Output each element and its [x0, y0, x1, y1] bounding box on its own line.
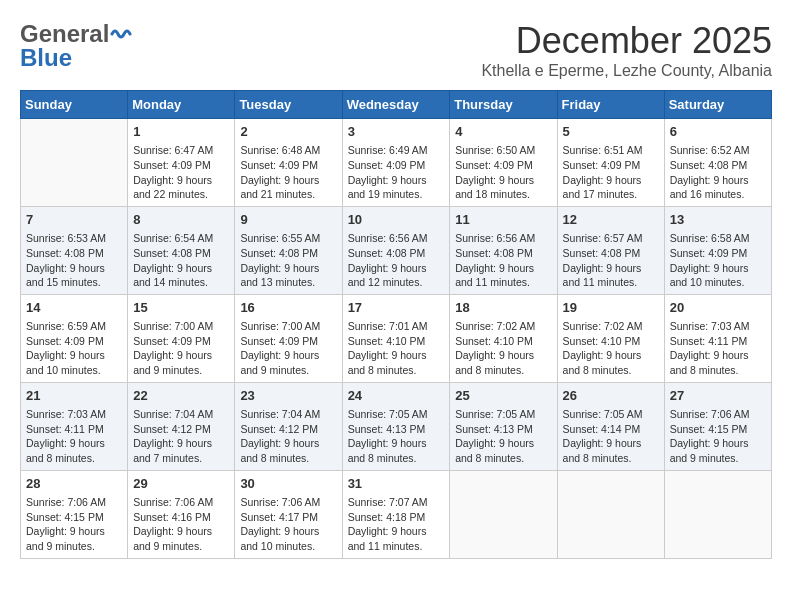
day-info: Sunrise: 6:58 AM Sunset: 4:09 PM Dayligh… — [670, 231, 766, 290]
location-title: Kthella e Eperme, Lezhe County, Albania — [481, 62, 772, 80]
calendar-week-row: 1Sunrise: 6:47 AM Sunset: 4:09 PM Daylig… — [21, 119, 772, 207]
day-info: Sunrise: 7:07 AM Sunset: 4:18 PM Dayligh… — [348, 495, 445, 554]
calendar-cell: 11Sunrise: 6:56 AM Sunset: 4:08 PM Dayli… — [450, 206, 557, 294]
calendar-cell: 4Sunrise: 6:50 AM Sunset: 4:09 PM Daylig… — [450, 119, 557, 207]
day-info: Sunrise: 6:52 AM Sunset: 4:08 PM Dayligh… — [670, 143, 766, 202]
calendar-cell — [664, 470, 771, 558]
calendar-week-row: 21Sunrise: 7:03 AM Sunset: 4:11 PM Dayli… — [21, 382, 772, 470]
calendar-week-row: 28Sunrise: 7:06 AM Sunset: 4:15 PM Dayli… — [21, 470, 772, 558]
calendar-header-saturday: Saturday — [664, 91, 771, 119]
calendar-cell — [21, 119, 128, 207]
day-number: 6 — [670, 123, 766, 141]
day-info: Sunrise: 7:05 AM Sunset: 4:14 PM Dayligh… — [563, 407, 659, 466]
calendar-week-row: 14Sunrise: 6:59 AM Sunset: 4:09 PM Dayli… — [21, 294, 772, 382]
calendar-cell — [450, 470, 557, 558]
day-number: 20 — [670, 299, 766, 317]
calendar-cell: 3Sunrise: 6:49 AM Sunset: 4:09 PM Daylig… — [342, 119, 450, 207]
calendar-header-friday: Friday — [557, 91, 664, 119]
calendar-cell: 12Sunrise: 6:57 AM Sunset: 4:08 PM Dayli… — [557, 206, 664, 294]
day-info: Sunrise: 7:05 AM Sunset: 4:13 PM Dayligh… — [348, 407, 445, 466]
calendar-cell: 7Sunrise: 6:53 AM Sunset: 4:08 PM Daylig… — [21, 206, 128, 294]
calendar-cell: 31Sunrise: 7:07 AM Sunset: 4:18 PM Dayli… — [342, 470, 450, 558]
day-number: 29 — [133, 475, 229, 493]
month-title: December 2025 — [481, 20, 772, 62]
day-number: 24 — [348, 387, 445, 405]
calendar-cell: 30Sunrise: 7:06 AM Sunset: 4:17 PM Dayli… — [235, 470, 342, 558]
day-info: Sunrise: 6:55 AM Sunset: 4:08 PM Dayligh… — [240, 231, 336, 290]
day-info: Sunrise: 7:01 AM Sunset: 4:10 PM Dayligh… — [348, 319, 445, 378]
day-info: Sunrise: 7:06 AM Sunset: 4:16 PM Dayligh… — [133, 495, 229, 554]
day-info: Sunrise: 7:00 AM Sunset: 4:09 PM Dayligh… — [240, 319, 336, 378]
day-info: Sunrise: 6:48 AM Sunset: 4:09 PM Dayligh… — [240, 143, 336, 202]
calendar-cell: 14Sunrise: 6:59 AM Sunset: 4:09 PM Dayli… — [21, 294, 128, 382]
day-info: Sunrise: 7:03 AM Sunset: 4:11 PM Dayligh… — [670, 319, 766, 378]
day-number: 23 — [240, 387, 336, 405]
day-number: 8 — [133, 211, 229, 229]
day-number: 28 — [26, 475, 122, 493]
day-number: 15 — [133, 299, 229, 317]
day-info: Sunrise: 7:06 AM Sunset: 4:15 PM Dayligh… — [670, 407, 766, 466]
calendar-header-tuesday: Tuesday — [235, 91, 342, 119]
day-info: Sunrise: 6:47 AM Sunset: 4:09 PM Dayligh… — [133, 143, 229, 202]
day-number: 14 — [26, 299, 122, 317]
calendar-cell: 16Sunrise: 7:00 AM Sunset: 4:09 PM Dayli… — [235, 294, 342, 382]
calendar-cell: 15Sunrise: 7:00 AM Sunset: 4:09 PM Dayli… — [128, 294, 235, 382]
logo-wave-icon — [110, 25, 132, 43]
day-info: Sunrise: 6:56 AM Sunset: 4:08 PM Dayligh… — [455, 231, 551, 290]
day-number: 25 — [455, 387, 551, 405]
day-info: Sunrise: 7:04 AM Sunset: 4:12 PM Dayligh… — [240, 407, 336, 466]
day-info: Sunrise: 7:02 AM Sunset: 4:10 PM Dayligh… — [563, 319, 659, 378]
day-info: Sunrise: 7:03 AM Sunset: 4:11 PM Dayligh… — [26, 407, 122, 466]
day-number: 4 — [455, 123, 551, 141]
day-number: 12 — [563, 211, 659, 229]
day-info: Sunrise: 6:51 AM Sunset: 4:09 PM Dayligh… — [563, 143, 659, 202]
calendar-cell: 19Sunrise: 7:02 AM Sunset: 4:10 PM Dayli… — [557, 294, 664, 382]
calendar-header-row: SundayMondayTuesdayWednesdayThursdayFrid… — [21, 91, 772, 119]
calendar-header-monday: Monday — [128, 91, 235, 119]
day-number: 22 — [133, 387, 229, 405]
day-number: 9 — [240, 211, 336, 229]
day-number: 7 — [26, 211, 122, 229]
calendar-cell: 13Sunrise: 6:58 AM Sunset: 4:09 PM Dayli… — [664, 206, 771, 294]
day-number: 21 — [26, 387, 122, 405]
page-header: General Blue December 2025 Kthella e Epe… — [20, 20, 772, 80]
day-number: 10 — [348, 211, 445, 229]
calendar-cell: 24Sunrise: 7:05 AM Sunset: 4:13 PM Dayli… — [342, 382, 450, 470]
day-number: 3 — [348, 123, 445, 141]
calendar-header-thursday: Thursday — [450, 91, 557, 119]
day-number: 17 — [348, 299, 445, 317]
day-info: Sunrise: 7:05 AM Sunset: 4:13 PM Dayligh… — [455, 407, 551, 466]
logo-blue-text: Blue — [20, 44, 72, 72]
logo: General Blue — [20, 20, 133, 72]
day-info: Sunrise: 7:06 AM Sunset: 4:15 PM Dayligh… — [26, 495, 122, 554]
calendar-cell: 18Sunrise: 7:02 AM Sunset: 4:10 PM Dayli… — [450, 294, 557, 382]
calendar-cell: 2Sunrise: 6:48 AM Sunset: 4:09 PM Daylig… — [235, 119, 342, 207]
day-info: Sunrise: 7:06 AM Sunset: 4:17 PM Dayligh… — [240, 495, 336, 554]
day-number: 2 — [240, 123, 336, 141]
day-number: 18 — [455, 299, 551, 317]
calendar-cell: 5Sunrise: 6:51 AM Sunset: 4:09 PM Daylig… — [557, 119, 664, 207]
calendar-cell: 27Sunrise: 7:06 AM Sunset: 4:15 PM Dayli… — [664, 382, 771, 470]
calendar-cell: 21Sunrise: 7:03 AM Sunset: 4:11 PM Dayli… — [21, 382, 128, 470]
calendar-cell: 1Sunrise: 6:47 AM Sunset: 4:09 PM Daylig… — [128, 119, 235, 207]
day-number: 27 — [670, 387, 766, 405]
day-info: Sunrise: 7:04 AM Sunset: 4:12 PM Dayligh… — [133, 407, 229, 466]
day-number: 26 — [563, 387, 659, 405]
calendar-cell: 17Sunrise: 7:01 AM Sunset: 4:10 PM Dayli… — [342, 294, 450, 382]
day-info: Sunrise: 7:02 AM Sunset: 4:10 PM Dayligh… — [455, 319, 551, 378]
day-info: Sunrise: 6:53 AM Sunset: 4:08 PM Dayligh… — [26, 231, 122, 290]
calendar-cell: 9Sunrise: 6:55 AM Sunset: 4:08 PM Daylig… — [235, 206, 342, 294]
calendar-cell: 25Sunrise: 7:05 AM Sunset: 4:13 PM Dayli… — [450, 382, 557, 470]
calendar-header-sunday: Sunday — [21, 91, 128, 119]
day-info: Sunrise: 6:57 AM Sunset: 4:08 PM Dayligh… — [563, 231, 659, 290]
day-info: Sunrise: 6:54 AM Sunset: 4:08 PM Dayligh… — [133, 231, 229, 290]
day-info: Sunrise: 6:50 AM Sunset: 4:09 PM Dayligh… — [455, 143, 551, 202]
day-number: 5 — [563, 123, 659, 141]
calendar-cell: 8Sunrise: 6:54 AM Sunset: 4:08 PM Daylig… — [128, 206, 235, 294]
day-number: 13 — [670, 211, 766, 229]
calendar-cell: 26Sunrise: 7:05 AM Sunset: 4:14 PM Dayli… — [557, 382, 664, 470]
calendar-cell: 22Sunrise: 7:04 AM Sunset: 4:12 PM Dayli… — [128, 382, 235, 470]
day-info: Sunrise: 7:00 AM Sunset: 4:09 PM Dayligh… — [133, 319, 229, 378]
calendar-header-wednesday: Wednesday — [342, 91, 450, 119]
calendar-cell: 6Sunrise: 6:52 AM Sunset: 4:08 PM Daylig… — [664, 119, 771, 207]
